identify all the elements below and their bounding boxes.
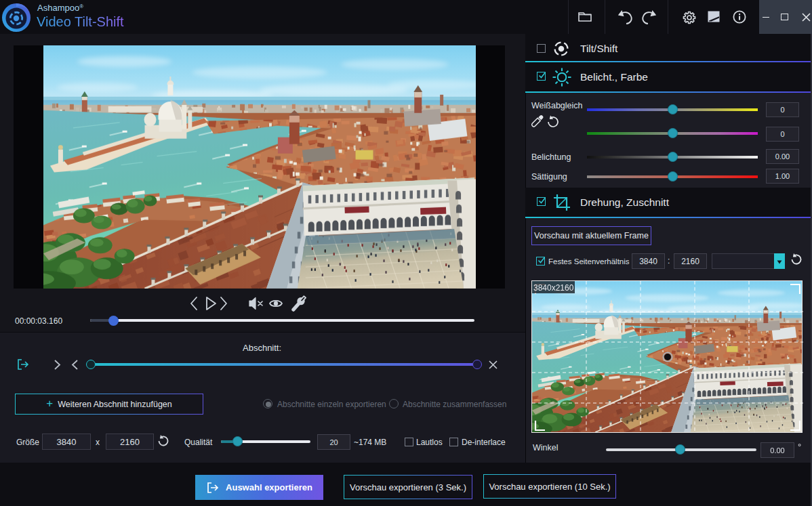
svg-text:3840x2160: 3840x2160 [533,283,574,293]
